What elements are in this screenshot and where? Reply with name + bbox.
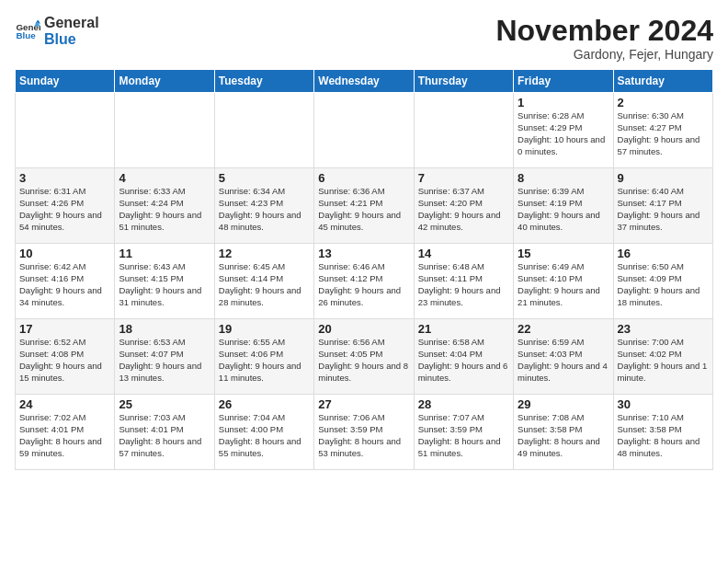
day-detail: Sunrise: 6:48 AMSunset: 4:11 PMDaylight:… xyxy=(418,261,509,308)
calendar-cell: 1 Sunrise: 6:28 AMSunset: 4:29 PMDayligh… xyxy=(514,93,613,168)
day-detail: Sunrise: 7:02 AMSunset: 4:01 PMDaylight:… xyxy=(19,412,110,459)
day-detail: Sunrise: 7:03 AMSunset: 4:01 PMDaylight:… xyxy=(119,412,210,459)
calendar-cell: 4 Sunrise: 6:33 AMSunset: 4:24 PMDayligh… xyxy=(115,168,214,244)
calendar-cell: 15 Sunrise: 6:49 AMSunset: 4:10 PMDaylig… xyxy=(514,244,613,319)
day-detail: Sunrise: 7:08 AMSunset: 3:58 PMDaylight:… xyxy=(518,412,609,459)
calendar-cell: 12 Sunrise: 6:45 AMSunset: 4:14 PMDaylig… xyxy=(214,244,313,319)
calendar-cell xyxy=(115,93,214,168)
day-detail: Sunrise: 6:56 AMSunset: 4:05 PMDaylight:… xyxy=(318,337,409,384)
day-number: 28 xyxy=(418,397,509,411)
calendar-cell xyxy=(214,93,313,168)
day-detail: Sunrise: 6:36 AMSunset: 4:21 PMDaylight:… xyxy=(318,186,409,233)
day-detail: Sunrise: 6:45 AMSunset: 4:14 PMDaylight:… xyxy=(219,261,310,308)
calendar-week-4: 17 Sunrise: 6:52 AMSunset: 4:08 PMDaylig… xyxy=(16,319,713,395)
day-number: 18 xyxy=(119,322,210,336)
calendar-cell: 24 Sunrise: 7:02 AMSunset: 4:01 PMDaylig… xyxy=(16,395,115,470)
day-number: 3 xyxy=(19,171,110,185)
calendar-cell: 26 Sunrise: 7:04 AMSunset: 4:00 PMDaylig… xyxy=(214,395,313,470)
location-subtitle: Gardony, Fejer, Hungary xyxy=(495,47,713,62)
calendar-cell: 21 Sunrise: 6:58 AMSunset: 4:04 PMDaylig… xyxy=(414,319,513,395)
day-detail: Sunrise: 7:04 AMSunset: 4:00 PMDaylight:… xyxy=(219,412,310,459)
calendar-cell: 2 Sunrise: 6:30 AMSunset: 4:27 PMDayligh… xyxy=(613,93,712,168)
calendar-cell: 11 Sunrise: 6:43 AMSunset: 4:15 PMDaylig… xyxy=(115,244,214,319)
day-number: 26 xyxy=(219,397,310,411)
calendar-week-2: 3 Sunrise: 6:31 AMSunset: 4:26 PMDayligh… xyxy=(16,168,713,244)
calendar-cell xyxy=(414,93,513,168)
day-detail: Sunrise: 6:30 AMSunset: 4:27 PMDaylight:… xyxy=(618,110,709,157)
day-detail: Sunrise: 6:59 AMSunset: 4:03 PMDaylight:… xyxy=(518,337,609,384)
day-detail: Sunrise: 6:58 AMSunset: 4:04 PMDaylight:… xyxy=(418,337,509,384)
day-detail: Sunrise: 6:40 AMSunset: 4:17 PMDaylight:… xyxy=(618,186,709,233)
day-number: 13 xyxy=(318,247,409,260)
header-sunday: Sunday xyxy=(16,70,115,93)
day-detail: Sunrise: 6:52 AMSunset: 4:08 PMDaylight:… xyxy=(19,337,110,384)
day-number: 10 xyxy=(19,247,110,260)
day-detail: Sunrise: 6:39 AMSunset: 4:19 PMDaylight:… xyxy=(518,186,609,233)
calendar-cell: 14 Sunrise: 6:48 AMSunset: 4:11 PMDaylig… xyxy=(414,244,513,319)
day-number: 2 xyxy=(618,96,709,109)
calendar-cell: 16 Sunrise: 6:50 AMSunset: 4:09 PMDaylig… xyxy=(613,244,712,319)
calendar-week-1: 1 Sunrise: 6:28 AMSunset: 4:29 PMDayligh… xyxy=(16,93,713,168)
logo-icon: General Blue xyxy=(15,18,40,44)
day-number: 23 xyxy=(618,322,709,336)
calendar-cell: 30 Sunrise: 7:10 AMSunset: 3:58 PMDaylig… xyxy=(613,395,712,470)
day-number: 4 xyxy=(119,171,210,185)
calendar-header-row: Sunday Monday Tuesday Wednesday Thursday… xyxy=(16,70,713,93)
day-number: 1 xyxy=(518,96,609,109)
header-saturday: Saturday xyxy=(613,70,712,93)
calendar-cell: 17 Sunrise: 6:52 AMSunset: 4:08 PMDaylig… xyxy=(16,319,115,395)
header-monday: Monday xyxy=(115,70,214,93)
calendar-week-3: 10 Sunrise: 6:42 AMSunset: 4:16 PMDaylig… xyxy=(16,244,713,319)
page-header: General Blue General Blue November 2024 … xyxy=(15,15,713,62)
day-detail: Sunrise: 6:50 AMSunset: 4:09 PMDaylight:… xyxy=(618,261,709,308)
header-friday: Friday xyxy=(514,70,613,93)
calendar-cell: 28 Sunrise: 7:07 AMSunset: 3:59 PMDaylig… xyxy=(414,395,513,470)
day-detail: Sunrise: 6:42 AMSunset: 4:16 PMDaylight:… xyxy=(19,261,110,308)
day-number: 15 xyxy=(518,247,609,260)
title-block: November 2024 Gardony, Fejer, Hungary xyxy=(495,15,713,62)
header-tuesday: Tuesday xyxy=(214,70,313,93)
calendar-cell: 25 Sunrise: 7:03 AMSunset: 4:01 PMDaylig… xyxy=(115,395,214,470)
day-number: 29 xyxy=(518,397,609,411)
calendar-cell xyxy=(16,93,115,168)
month-title: November 2024 xyxy=(495,15,713,47)
day-number: 9 xyxy=(618,171,709,185)
calendar-cell: 27 Sunrise: 7:06 AMSunset: 3:59 PMDaylig… xyxy=(314,395,414,470)
day-detail: Sunrise: 6:37 AMSunset: 4:20 PMDaylight:… xyxy=(418,186,509,233)
calendar-cell: 20 Sunrise: 6:56 AMSunset: 4:05 PMDaylig… xyxy=(314,319,414,395)
day-number: 21 xyxy=(418,322,509,336)
day-detail: Sunrise: 6:43 AMSunset: 4:15 PMDaylight:… xyxy=(119,261,210,308)
day-detail: Sunrise: 6:31 AMSunset: 4:26 PMDaylight:… xyxy=(19,186,110,233)
calendar-cell: 3 Sunrise: 6:31 AMSunset: 4:26 PMDayligh… xyxy=(16,168,115,244)
calendar-cell: 5 Sunrise: 6:34 AMSunset: 4:23 PMDayligh… xyxy=(214,168,313,244)
calendar-table: Sunday Monday Tuesday Wednesday Thursday… xyxy=(15,69,713,470)
calendar-cell: 23 Sunrise: 7:00 AMSunset: 4:02 PMDaylig… xyxy=(613,319,712,395)
logo-general: General xyxy=(44,15,99,31)
day-number: 11 xyxy=(119,247,210,260)
day-number: 12 xyxy=(219,247,310,260)
calendar-week-5: 24 Sunrise: 7:02 AMSunset: 4:01 PMDaylig… xyxy=(16,395,713,470)
header-thursday: Thursday xyxy=(414,70,513,93)
day-detail: Sunrise: 7:07 AMSunset: 3:59 PMDaylight:… xyxy=(418,412,509,459)
calendar-cell: 13 Sunrise: 6:46 AMSunset: 4:12 PMDaylig… xyxy=(314,244,414,319)
day-detail: Sunrise: 7:06 AMSunset: 3:59 PMDaylight:… xyxy=(318,412,409,459)
day-detail: Sunrise: 6:46 AMSunset: 4:12 PMDaylight:… xyxy=(318,261,409,308)
calendar-cell xyxy=(314,93,414,168)
day-number: 16 xyxy=(618,247,709,260)
day-detail: Sunrise: 7:00 AMSunset: 4:02 PMDaylight:… xyxy=(618,337,709,384)
calendar-cell: 29 Sunrise: 7:08 AMSunset: 3:58 PMDaylig… xyxy=(514,395,613,470)
calendar-cell: 18 Sunrise: 6:53 AMSunset: 4:07 PMDaylig… xyxy=(115,319,214,395)
day-number: 27 xyxy=(318,397,409,411)
day-number: 30 xyxy=(618,397,709,411)
day-number: 6 xyxy=(318,171,409,185)
day-number: 7 xyxy=(418,171,509,185)
calendar-cell: 6 Sunrise: 6:36 AMSunset: 4:21 PMDayligh… xyxy=(314,168,414,244)
day-number: 19 xyxy=(219,322,310,336)
day-number: 14 xyxy=(418,247,509,260)
day-detail: Sunrise: 7:10 AMSunset: 3:58 PMDaylight:… xyxy=(618,412,709,459)
day-number: 5 xyxy=(219,171,310,185)
svg-text:Blue: Blue xyxy=(16,30,36,40)
day-number: 24 xyxy=(19,397,110,411)
header-wednesday: Wednesday xyxy=(314,70,414,93)
calendar-cell: 7 Sunrise: 6:37 AMSunset: 4:20 PMDayligh… xyxy=(414,168,513,244)
